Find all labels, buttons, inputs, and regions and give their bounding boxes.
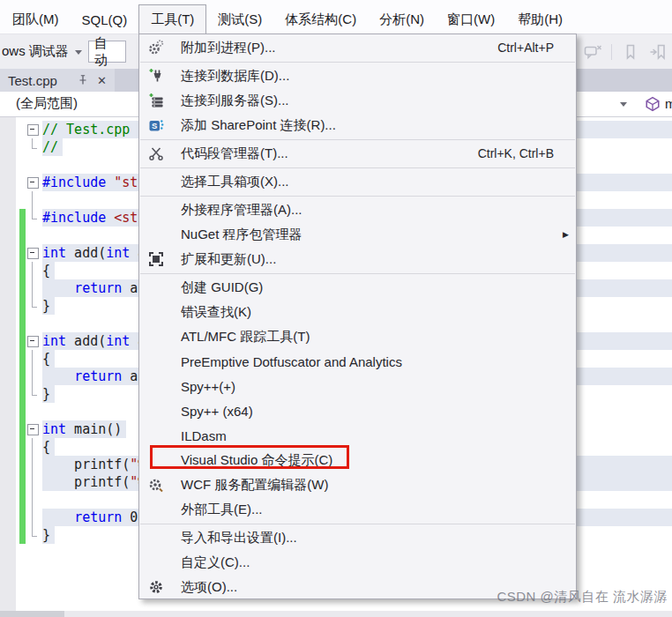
scope-dropdown[interactable]: (全局范围) [16,92,78,115]
menu-item[interactable]: Spy++ (x64) [139,398,576,423]
change-tracking-bar [19,315,26,332]
menu-item[interactable]: 附加到进程(P)... Ctrl+Alt+P [139,35,576,60]
fold-marker[interactable] [27,473,38,491]
watermark-text: CSDN @清风自在 流水潺潺 [497,589,668,606]
fold-marker[interactable] [27,526,38,544]
menu-item[interactable]: 扩展和更新(U)... [139,247,576,271]
menu-item[interactable]: 外部工具(E)... [139,497,576,522]
tools-menu-list: 附加到进程(P)... Ctrl+Alt+P 连接到数据库(D)... 连接到服… [139,35,576,599]
menu-item[interactable]: WCF 服务配置编辑器(W) [139,472,576,497]
next-bookmark-icon[interactable] [649,43,667,61]
menu-separator [140,139,575,140]
menu-separator [140,62,575,63]
menu-item-label: 选择工具箱项(X)... [181,174,554,190]
menu-item-label: 连接到服务器(S)... [181,93,554,109]
menu-item[interactable]: NuGet 程序包管理器 ▶ [139,222,576,247]
menu-item[interactable]: ILDasm [139,423,576,448]
fold-marker[interactable] [27,227,38,244]
change-tracking-bar [19,174,26,191]
menu-item[interactable]: 自定义(C)... [139,550,576,575]
menu-item-label: Spy++ (x64) [181,404,554,419]
menubar-item-window[interactable]: 窗口(W) [436,5,506,33]
tab-test-cpp[interactable]: Test.cpp ✕ [0,69,115,92]
menu-item-label: Visual Studio 命令提示(C) [181,452,554,469]
chevron-down-icon[interactable] [620,102,627,110]
fold-marker[interactable] [27,297,38,315]
menubar-item-team[interactable]: 团队(M) [1,5,71,33]
code-text: } [42,297,55,315]
menubar-item-tools[interactable]: 工具(T) [138,4,206,33]
member-dropdown[interactable]: ma [665,96,672,111]
menu-item[interactable]: 代码段管理器(T)... Ctrl+K, Ctrl+B [139,141,576,166]
horizontal-scrollbar[interactable] [0,611,672,617]
code-text: { [42,262,55,279]
fold-marker[interactable] [27,262,38,279]
menubar-item-help[interactable]: 帮助(H) [506,5,574,33]
change-tracking-bar [19,209,26,227]
fold-marker[interactable] [27,350,38,368]
fold-marker[interactable] [27,420,38,438]
scrollbar-thumb[interactable] [0,611,64,617]
fold-marker[interactable] [27,209,38,227]
extensions-icon [148,251,164,267]
menubar-item-test[interactable]: 测试(S) [206,5,273,33]
menu-item[interactable]: 外接程序管理器(A)... [139,197,576,222]
menubar-item-analyze[interactable]: 分析(N) [368,5,436,33]
fold-marker[interactable] [27,332,38,350]
menu-item[interactable]: 错误查找(K) [139,300,576,324]
mode-combobox[interactable]: 自动 [88,41,126,63]
fold-marker[interactable] [27,403,38,420]
plug-add-icon [148,68,164,84]
mode-combobox-value: 自动 [94,35,120,69]
server-add-icon [148,93,164,108]
menu-item[interactable]: 选择工具箱项(X)... [139,169,576,194]
change-tracking-bar [19,473,26,491]
fold-marker[interactable] [27,156,38,174]
chevron-down-icon[interactable] [75,50,82,58]
menu-item[interactable]: ATL/MFC 跟踪工具(T) [139,324,576,349]
fold-marker[interactable] [27,368,38,385]
pin-icon[interactable] [77,74,89,86]
menu-separator [140,167,575,168]
menu-item-label: 错误查找(K) [181,304,554,321]
menu-item[interactable]: 添加 SharePoint 连接(R)... [139,113,576,138]
menu-item-label: 扩展和更新(U)... [181,251,554,268]
menu-separator [140,524,575,524]
code-text: { [42,438,55,456]
menu-item[interactable]: 连接到数据库(D)... [139,63,576,88]
change-tracking-bar [19,456,26,473]
debugger-dropdown-label[interactable]: ows 调试器 [2,43,69,60]
code-text: // [42,138,63,156]
fold-marker[interactable] [27,244,38,262]
change-tracking-bar [19,244,26,262]
menubar-item-sql[interactable]: SQL(Q) [71,5,139,33]
code-text: int main() [42,420,126,438]
remove-comment-icon[interactable] [584,43,601,61]
menu-bar: 团队(M) SQL(Q) 工具(T) 测试(S) 体系结构(C) 分析(N) 窗… [0,0,672,33]
menu-item[interactable]: 创建 GUID(G) [139,275,576,300]
fold-marker[interactable] [27,174,38,191]
menu-item[interactable]: Spy++(+) [139,374,576,398]
fold-marker[interactable] [27,279,38,297]
fold-marker[interactable] [27,438,38,456]
menubar-item-architecture[interactable]: 体系结构(C) [273,5,368,33]
scissors-icon [148,145,164,161]
fold-marker[interactable] [27,191,38,209]
fold-marker[interactable] [27,491,38,509]
change-tracking-bar [19,350,26,368]
fold-marker[interactable] [27,456,38,473]
fold-marker[interactable] [27,138,38,156]
change-tracking-bar [19,368,26,385]
menu-item[interactable]: 导入和导出设置(I)... [139,525,576,550]
menu-item[interactable]: PreEmptive Dotfuscator and Analytics [139,349,576,374]
menu-item[interactable]: Visual Studio 命令提示(C) [139,448,576,472]
menu-item[interactable]: 连接到服务器(S)... [139,88,576,113]
bookmark-icon[interactable] [622,43,639,61]
fold-marker[interactable] [27,315,38,332]
fold-marker[interactable] [27,121,38,138]
fold-marker[interactable] [27,385,38,403]
close-icon[interactable]: ✕ [97,75,107,86]
fold-marker[interactable] [27,509,38,526]
menu-item-label: 代码段管理器(T)... [181,145,478,162]
member-cube-icon [645,96,661,112]
